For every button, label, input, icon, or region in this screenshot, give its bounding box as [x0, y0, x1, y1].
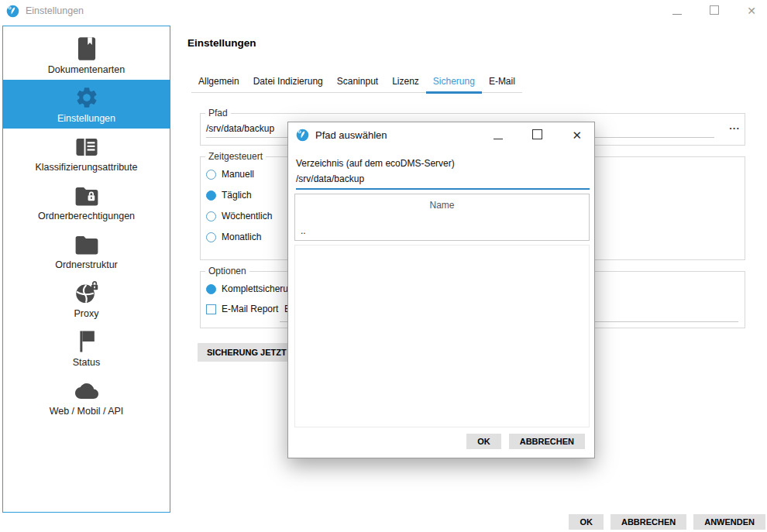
radio-manuell[interactable]	[206, 170, 216, 180]
globe-lock-icon	[74, 280, 100, 305]
ok-button[interactable]: OK	[569, 514, 604, 530]
maximize-button[interactable]	[710, 4, 719, 18]
radio-komplettsicherung[interactable]	[206, 284, 216, 294]
full-backup-option: Komplettsicherung	[206, 283, 298, 294]
dialog-cancel-button[interactable]: ABBRECHEN	[509, 434, 585, 449]
minimize-button[interactable]	[672, 4, 682, 18]
optionen-group-legend: Optionen	[205, 266, 249, 276]
dialog-close-button[interactable]: ✕	[572, 129, 582, 141]
tab-allgemein[interactable]: Allgemein	[191, 71, 246, 92]
directory-label: Verzeichnis (auf dem ecoDMS-Server)	[296, 158, 455, 169]
tab-scaninput[interactable]: Scaninput	[330, 71, 385, 92]
dialog-maximize-button[interactable]	[532, 129, 542, 142]
directory-list: Name ..	[294, 194, 590, 241]
sidebar-item-label: Dokumentenarten	[48, 64, 125, 75]
schedule-option-manuell: Manuell	[206, 169, 254, 180]
cloud-icon	[73, 379, 101, 403]
settings-sidebar: Dokumentenarten Einstellungen Klassifizi…	[2, 26, 170, 513]
email-report-option: E-Mail Report	[206, 304, 278, 314]
sidebar-item-dokumentenarten[interactable]: Dokumentenarten	[3, 31, 170, 80]
directory-path-input[interactable]: /srv/data/backup	[296, 173, 590, 190]
dialog-ok-button[interactable]: OK	[466, 434, 501, 449]
schedule-option-monatlich: Monatlich	[206, 232, 261, 242]
dialog-titlebar: Pfad auswählen ✕	[288, 122, 594, 148]
directory-list-viewport	[294, 245, 590, 427]
tab-sicherung[interactable]: Sicherung	[426, 71, 482, 92]
window-titlebar: Einstellungen	[0, 0, 767, 22]
sidebar-item-label: Proxy	[74, 308, 99, 319]
sidebar-item-label: Ordnerstruktur	[55, 259, 118, 270]
list-item-parent-dir[interactable]: ..	[301, 225, 306, 236]
sidebar-item-label: Status	[73, 357, 100, 368]
dialog-button-row: OK ABBRECHEN	[466, 434, 585, 449]
attributes-card-icon	[74, 136, 99, 159]
sidebar-item-web-mobil-api[interactable]: Web / Mobil / API	[3, 372, 170, 421]
schedule-option-woechentlich: Wöchentlich	[206, 211, 272, 221]
sidebar-item-status[interactable]: Status	[3, 324, 170, 372]
ecodms-logo-icon	[296, 129, 309, 142]
sidebar-item-label: Ordnerberechtigungen	[38, 211, 135, 221]
schedule-option-taeglich: Täglich	[206, 190, 252, 201]
tab-datei-indizierung[interactable]: Datei Indizierung	[246, 71, 330, 92]
list-column-header: Name	[295, 200, 589, 211]
sidebar-item-ordnerberechtigungen[interactable]: Ordnerberechtigungen	[3, 177, 170, 226]
window-title: Einstellungen	[26, 5, 84, 16]
footer-button-row: OK ABBRECHEN ANWENDEN	[569, 514, 765, 530]
radio-monatlich[interactable]	[206, 232, 216, 242]
radio-woechentlich[interactable]	[206, 211, 216, 221]
checkbox-email-report[interactable]	[206, 304, 216, 314]
flag-icon	[75, 329, 98, 354]
pfad-group-legend: Pfad	[205, 108, 231, 118]
apply-button[interactable]: ANWENDEN	[693, 514, 765, 530]
sidebar-item-ordnerstruktur[interactable]: Ordnerstruktur	[3, 226, 170, 275]
gear-icon	[74, 85, 99, 110]
sidebar-item-proxy[interactable]: Proxy	[3, 275, 170, 324]
cancel-button[interactable]: ABBRECHEN	[611, 514, 686, 530]
folder-lock-icon	[74, 184, 100, 208]
close-button[interactable]: ✕	[747, 5, 756, 16]
settings-tabbar: Allgemein Datei Indizierung Scaninput Li…	[191, 71, 522, 93]
tab-email[interactable]: E-Mail	[482, 71, 522, 92]
dialog-minimize-button[interactable]	[494, 129, 503, 142]
tab-lizenz[interactable]: Lizenz	[385, 71, 426, 92]
pfad-auswaehlen-dialog: Pfad auswählen ✕ Verzeichnis (auf dem ec…	[287, 122, 595, 458]
page-title: Einstellungen	[187, 37, 256, 49]
sidebar-item-einstellungen[interactable]: Einstellungen	[3, 80, 170, 129]
sidebar-item-label: Web / Mobil / API	[50, 406, 124, 417]
sidebar-item-klassifizierungsattribute[interactable]: Klassifizierungsattribute	[3, 129, 170, 177]
sidebar-item-label: Einstellungen	[57, 113, 115, 124]
zeitgesteuert-group-legend: Zeitgesteuert	[205, 151, 266, 162]
radio-taeglich[interactable]	[206, 190, 216, 201]
dialog-title: Pfad auswählen	[315, 129, 387, 141]
folder-icon	[74, 233, 100, 256]
sidebar-item-label: Klassifizierungsattribute	[35, 162, 137, 173]
ecodms-logo-icon	[6, 5, 19, 18]
browse-path-button[interactable]: ...	[729, 120, 740, 132]
book-icon	[75, 36, 98, 61]
